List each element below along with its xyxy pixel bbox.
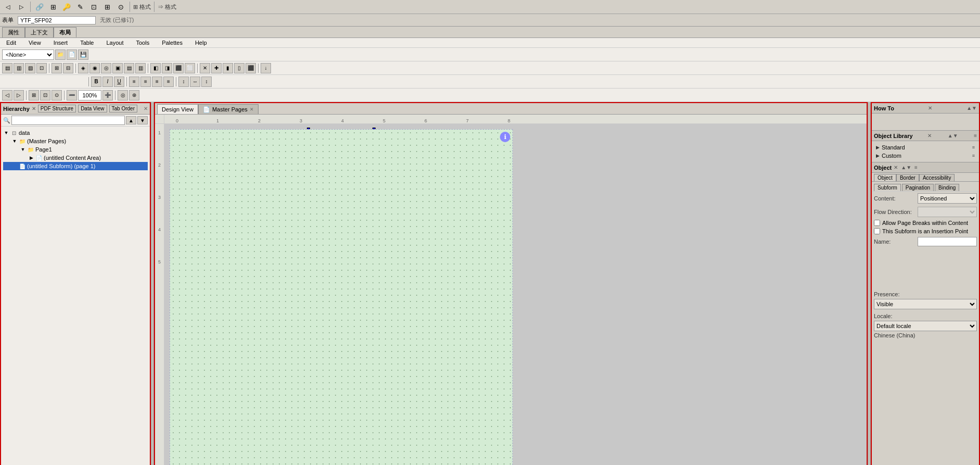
underline-btn[interactable]: U	[114, 77, 124, 87]
obj-lib-custom[interactable]: ▶ Custom ≡	[874, 152, 977, 160]
view-btn-1[interactable]: ◎	[118, 90, 128, 100]
align-right-btn[interactable]: ≡	[152, 77, 162, 87]
spacing-btn-3[interactable]: ↕	[201, 77, 212, 87]
obj-lib-menu[interactable]: ≡	[974, 133, 977, 139]
fmt-btn-3[interactable]: ▧	[25, 63, 35, 73]
tb-btn-3[interactable]: 🔑	[61, 1, 72, 12]
fmt-btn-10[interactable]: ▣	[112, 63, 123, 73]
locale-dropdown[interactable]: Default locale	[874, 321, 977, 331]
design-canvas[interactable]: ℹ	[164, 124, 867, 465]
align-justify-btn[interactable]: ≡	[163, 77, 174, 87]
canvas-info-icon[interactable]: ℹ	[500, 132, 510, 142]
tab-order-tab[interactable]: Tab Order	[109, 105, 137, 112]
fmt-btn-14[interactable]: ◨	[162, 63, 172, 73]
none-dropdown[interactable]: <None>	[2, 49, 54, 60]
snap-btn[interactable]: ⊡	[40, 90, 50, 100]
form-filename[interactable]: YTF_SFP02	[18, 16, 96, 24]
obj-lib-standard[interactable]: ▶ Standard ≡	[874, 143, 977, 152]
tab-object[interactable]: Object	[874, 174, 896, 181]
spacing-btn-2[interactable]: ↔	[190, 77, 200, 87]
fmt-btn-22[interactable]: ↓	[261, 63, 271, 73]
rulers-btn[interactable]: ⊙	[51, 90, 62, 100]
fmt-btn-1[interactable]: ▤	[2, 63, 12, 73]
standard-menu-icon[interactable]: ≡	[972, 145, 975, 150]
allow-page-breaks-checkbox[interactable]	[874, 220, 880, 226]
tb-btn-6[interactable]: ⊞	[101, 1, 113, 12]
tb-btn-2[interactable]: ⊞	[47, 1, 59, 12]
tab-accessibility[interactable]: Accessibility	[919, 174, 955, 181]
open-file-btn[interactable]: 📁	[55, 49, 66, 60]
subtab-subform[interactable]: Subform	[874, 184, 901, 191]
fmt-btn-12[interactable]: ▥	[135, 63, 146, 73]
tb-btn-5[interactable]: ⊡	[88, 1, 99, 12]
save-btn[interactable]: 💾	[78, 49, 88, 60]
fmt-btn-15[interactable]: ⬛	[173, 63, 184, 73]
tb-btn-4[interactable]: ✎	[74, 1, 86, 12]
italic-btn[interactable]: I	[102, 77, 113, 87]
fmt-btn-19[interactable]: ▮	[223, 63, 233, 73]
toggle-masterpages[interactable]: ▼	[11, 138, 18, 144]
content-dropdown[interactable]: Positioned	[918, 193, 977, 204]
design-view-tab[interactable]: Design View	[157, 104, 198, 114]
menu-palettes[interactable]: Palettes	[160, 39, 185, 46]
insertion-point-checkbox[interactable]	[874, 228, 880, 234]
nav-fwd-btn[interactable]: ▷	[14, 90, 24, 100]
search-down-btn[interactable]: ▼	[137, 116, 148, 124]
view-btn-2[interactable]: ⊛	[129, 90, 139, 100]
tab-context[interactable]: 上下文	[25, 27, 54, 37]
obj-lib-close[interactable]: ✕	[927, 133, 932, 139]
menu-help[interactable]: Help	[193, 39, 209, 46]
forward-btn[interactable]: ▷	[16, 1, 27, 12]
fmt-btn-17[interactable]: ✕	[200, 63, 210, 73]
obj-lib-expand[interactable]: ▲▼	[948, 133, 958, 139]
nav-back-btn[interactable]: ◁	[2, 90, 12, 100]
subtab-binding[interactable]: Binding	[935, 184, 959, 191]
pdf-structure-tab[interactable]: PDF Structure	[38, 105, 76, 112]
menu-layout[interactable]: Layout	[104, 39, 125, 46]
tab-layout[interactable]: 布局	[54, 27, 76, 37]
zoom-in-btn[interactable]: ➕	[102, 90, 113, 100]
menu-view[interactable]: View	[27, 39, 43, 46]
grid-btn[interactable]: ⊞	[29, 90, 39, 100]
how-to-close[interactable]: ✕	[928, 105, 932, 111]
back-btn[interactable]: ◁	[2, 1, 14, 12]
tree-item-data[interactable]: ▼ ⊡ data	[3, 129, 148, 137]
menu-edit[interactable]: Edit	[4, 39, 18, 46]
tb-btn-1[interactable]: 🔗	[34, 1, 45, 12]
fmt-btn-4[interactable]: ⊡	[36, 63, 47, 73]
search-up-btn[interactable]: ▲	[126, 116, 136, 124]
tree-item-masterpages[interactable]: ▼ 📁 (Master Pages)	[3, 137, 148, 145]
spacing-btn-1[interactable]: ↕	[178, 77, 189, 87]
tab-properties[interactable]: 属性	[2, 27, 25, 37]
custom-menu-icon[interactable]: ≡	[972, 153, 975, 158]
fmt-btn-2[interactable]: ▥	[14, 63, 24, 73]
fmt-btn-5[interactable]: ⊞	[51, 63, 62, 73]
master-pages-tab[interactable]: 📄 Master Pages ✕	[198, 104, 259, 114]
fmt-btn-6[interactable]: ⊟	[63, 63, 73, 73]
hierarchy-tab-close[interactable]: ✕	[32, 106, 36, 111]
tree-item-content-area[interactable]: ▶ 📄 (untitled Content Area)	[3, 154, 148, 162]
tree-item-page1[interactable]: ▼ 📁 Page1	[3, 145, 148, 154]
zoom-out-btn[interactable]: ➖	[67, 90, 77, 100]
subtab-pagination[interactable]: Pagination	[902, 184, 934, 191]
master-pages-close[interactable]: ✕	[250, 107, 254, 112]
how-to-expand[interactable]: ▲▼	[966, 105, 977, 111]
zoom-input[interactable]: 100%	[78, 90, 101, 100]
obj-props-menu[interactable]: ≡	[914, 165, 918, 170]
tab-border[interactable]: Border	[896, 174, 919, 181]
align-center-btn[interactable]: ≡	[140, 77, 151, 87]
menu-tools[interactable]: Tools	[134, 39, 151, 46]
fmt-btn-8[interactable]: ◉	[89, 63, 100, 73]
presence-dropdown[interactable]: Visible	[874, 299, 977, 309]
fmt-btn-9[interactable]: ◎	[101, 63, 111, 73]
menu-insert[interactable]: Insert	[51, 39, 70, 46]
toggle-page1[interactable]: ▼	[20, 146, 26, 153]
tb-btn-7[interactable]: ⊙	[115, 1, 126, 12]
toggle-subform[interactable]	[11, 163, 18, 169]
name-input[interactable]	[918, 237, 977, 246]
data-view-tab[interactable]: Data View	[78, 105, 107, 112]
left-panel-close[interactable]: ✕	[144, 106, 148, 111]
bold-btn[interactable]: B	[91, 77, 101, 87]
fmt-btn-13[interactable]: ◧	[150, 63, 161, 73]
hierarchy-search-input[interactable]	[11, 116, 125, 125]
